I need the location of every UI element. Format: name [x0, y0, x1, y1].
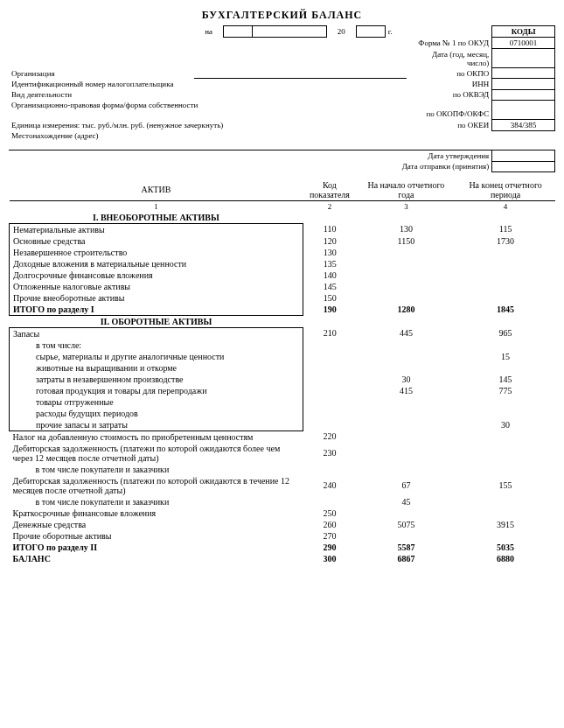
- row-end: [456, 408, 555, 419]
- org-value[interactable]: [194, 68, 407, 79]
- section-heading: II. ОБОРОТНЫЕ АКТИВЫ: [10, 315, 556, 327]
- table-row: Дебиторская задолженность (платежи по ко…: [10, 443, 556, 464]
- row-code: 135: [303, 258, 356, 270]
- activity-value[interactable]: [194, 89, 407, 100]
- okved-label: по ОКВЭД: [407, 89, 492, 100]
- row-name: Долгосрочные финансовые вложения: [10, 270, 303, 281]
- inn-code[interactable]: [492, 79, 555, 90]
- row-end: 155: [456, 475, 555, 496]
- num3: 3: [357, 200, 456, 212]
- table-row: Нематериальные активы110130115: [10, 223, 556, 235]
- row-name: Налог на добавленную стоимость по приобр…: [10, 430, 303, 443]
- row-code: 190: [303, 304, 356, 316]
- row-name: Краткосрочные финансовые вложения: [10, 508, 303, 519]
- table-row: в том числе покупатели и заказчики: [10, 464, 556, 475]
- row-code: 110: [303, 223, 356, 235]
- table-row: ИТОГО по разделу II29055875035: [10, 542, 556, 553]
- row-start: [357, 281, 456, 292]
- row-start: 30: [357, 374, 456, 385]
- row-start: [357, 270, 456, 281]
- row-end: [456, 247, 555, 258]
- row-name: Прочие оборотные активы: [10, 530, 303, 542]
- row-code: [303, 408, 356, 419]
- row-name: в том числе:: [10, 340, 303, 351]
- row-start: [357, 419, 456, 431]
- okved-code[interactable]: [492, 89, 555, 100]
- table-row: Долгосрочные финансовые вложения140: [10, 270, 556, 281]
- row-end: [456, 443, 555, 464]
- row-code: 150: [303, 292, 356, 304]
- row-end: [456, 464, 555, 475]
- row-code: 240: [303, 475, 356, 496]
- date-code[interactable]: [492, 49, 555, 68]
- section-heading: I. ВНЕОБОРОТНЫЕ АКТИВЫ: [10, 212, 556, 224]
- org-label: Организация: [9, 68, 194, 79]
- row-name: Основные средства: [10, 235, 303, 247]
- row-end: 115: [456, 223, 555, 235]
- okpo-code[interactable]: [492, 68, 555, 79]
- row-code: [303, 385, 356, 396]
- row-start: 5075: [357, 519, 456, 530]
- inn-label: Идентификационный номер налогоплательщик…: [9, 79, 356, 90]
- row-start: [357, 443, 456, 464]
- row-name: Нематериальные активы: [10, 223, 303, 235]
- row-name: Запасы: [10, 327, 303, 340]
- row-code: [303, 396, 356, 408]
- row-name: Отложенные налоговые активы: [10, 281, 303, 292]
- row-end: 1845: [456, 304, 555, 316]
- approval-date[interactable]: [492, 150, 555, 162]
- table-row: прочие запасы и затраты30: [10, 419, 556, 431]
- row-start: 1280: [357, 304, 456, 316]
- row-end: 3915: [456, 519, 555, 530]
- row-name: Дебиторская задолженность (платежи по ко…: [10, 443, 303, 464]
- header-grid: на 20 г. КОДЫ Форма № 1 по ОКУД 0710001 …: [9, 25, 555, 172]
- okud-label: Форма № 1 по ОКУД: [407, 38, 492, 49]
- date-day[interactable]: [224, 26, 253, 38]
- sent-date[interactable]: [492, 161, 555, 172]
- row-code: [303, 464, 356, 475]
- row-code: [303, 374, 356, 385]
- okopf-code[interactable]: [492, 100, 555, 119]
- date-prefix: на: [194, 26, 224, 38]
- row-name: Доходные вложения в материальные ценност…: [10, 258, 303, 270]
- row-start: 130: [357, 223, 456, 235]
- balance-table: АКТИВ Код показателя На начало отчетного…: [9, 179, 555, 564]
- approval-label: Дата утверждения: [385, 150, 491, 162]
- address-value[interactable]: [9, 141, 555, 150]
- codes-header: КОДЫ: [492, 26, 555, 38]
- row-code: 210: [303, 327, 356, 340]
- row-end: [456, 281, 555, 292]
- date-year-prefix: 20: [326, 26, 356, 38]
- table-row: сырье, материалы и другие аналогичные це…: [10, 351, 556, 362]
- row-name: расходы будущих периодов: [10, 408, 303, 419]
- table-row: расходы будущих периодов: [10, 408, 556, 419]
- row-start: 445: [357, 327, 456, 340]
- row-name: БАЛАНС: [10, 553, 303, 564]
- date-month[interactable]: [253, 26, 327, 38]
- row-code: 220: [303, 430, 356, 443]
- row-name: прочие запасы и затраты: [10, 419, 303, 431]
- row-end: [456, 340, 555, 351]
- row-name: Незавершенное строительство: [10, 247, 303, 258]
- unit-label: Единица измерения: тыс. руб./млн. руб. (…: [9, 119, 407, 130]
- row-code: 270: [303, 530, 356, 542]
- row-code: 300: [303, 553, 356, 564]
- table-row: Основные средства12011501730: [10, 235, 556, 247]
- form-value[interactable]: [9, 110, 407, 119]
- activity-label: Вид деятельности: [9, 89, 194, 100]
- col-start: На начало отчетного года: [357, 179, 456, 201]
- table-row: Незавершенное строительство130: [10, 247, 556, 258]
- num2: 2: [303, 200, 356, 212]
- row-end: 5035: [456, 542, 555, 553]
- row-end: 965: [456, 327, 555, 340]
- inn-right: ИНН: [407, 79, 492, 90]
- row-code: 260: [303, 519, 356, 530]
- date-year[interactable]: [356, 26, 385, 38]
- table-row: товары отгруженные: [10, 396, 556, 408]
- okud-code: 0710001: [492, 38, 555, 49]
- row-name: Дебиторская задолженность (платежи по ко…: [10, 475, 303, 496]
- num1: 1: [10, 200, 303, 212]
- row-name: сырье, материалы и другие аналогичные це…: [10, 351, 303, 362]
- table-row: в том числе покупатели и заказчики45: [10, 496, 556, 508]
- col-asset: АКТИВ: [10, 179, 303, 201]
